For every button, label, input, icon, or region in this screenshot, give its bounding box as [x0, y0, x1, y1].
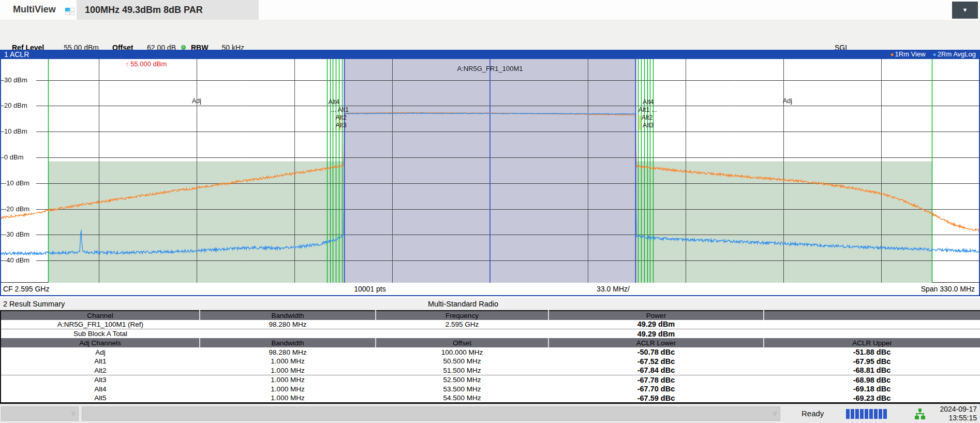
table-cell: ACLR Lower	[548, 338, 764, 347]
y-axis-tick-label: -30 dBm	[4, 230, 36, 238]
result-summary-subtitle: Multi-Standard Radio	[0, 298, 926, 310]
trace-canvas[interactable]	[1, 59, 979, 283]
channel-label-alt2-right: Alt2	[642, 114, 653, 121]
table-cell: -67.52 dBc	[548, 357, 764, 366]
table-cell: -51.88 dBc	[764, 347, 980, 357]
dropdown-triangle-icon: ▽	[773, 412, 777, 416]
date-time-display: 2024-09-17 13:55:15	[940, 405, 977, 422]
channel-label-alt2-left: Alt2	[295, 114, 347, 121]
channel-bar: Ref Level 55.00 dBm Offset 62.00 dB RBW …	[0, 20, 980, 49]
table-cell: 49.29 dBm	[548, 329, 764, 339]
table-cell: 1.000 MHz	[200, 366, 376, 375]
table-row: Alt11.000 MHz50.500 MHz-67.52 dBc-67.95 …	[1, 357, 980, 366]
table-cell: Alt3	[1, 375, 200, 385]
table-cell: 1.000 MHz	[200, 384, 376, 393]
sweep-points-readout[interactable]: 10001 pts	[329, 284, 411, 294]
aclr-window-title: 1 ACLR	[4, 50, 29, 59]
table-cell: 52.500 MHz	[376, 375, 548, 385]
trace1-dot-icon: ●	[890, 51, 894, 58]
tab-measurement-active[interactable]: 100MHz 49.3dBm 8dB PAR	[77, 0, 259, 20]
table-cell: -67.78 dBc	[548, 375, 764, 385]
status-message-panel[interactable]: ▽	[82, 406, 780, 421]
spectrum-plot[interactable]: 30 dBm20 dBm10 dBm0 dBm-10 dBm-20 dBm-30…	[1, 59, 979, 283]
table-cell: Bandwidth	[200, 311, 376, 320]
y-axis-tick-label: -20 dBm	[4, 205, 36, 213]
table-cell: Offset	[376, 338, 548, 347]
tx-channel-label: A:NR5G_FR1_100M1	[412, 65, 568, 72]
status-selector-left[interactable]: ▽	[1, 406, 79, 421]
analyzer-screen: MultiView 100MHz 49.3dBm 8dB PAR ▼ Ref L…	[0, 0, 980, 423]
table-cell	[376, 329, 548, 339]
table-cell	[764, 311, 980, 320]
table-cell: Sub Block A Total	[1, 329, 200, 339]
span-readout[interactable]: Span 330.0 MHz	[921, 284, 975, 294]
y-axis-tick-label: 10 dBm	[4, 127, 36, 135]
table-cell: -50.78 dBc	[548, 347, 764, 357]
table-row: Alt51.000 MHz54.500 MHz-67.59 dBc-69.23 …	[1, 393, 980, 403]
table-cell: Adj Channels	[1, 338, 200, 347]
table-cell: 51.500 MHz	[376, 366, 548, 375]
table-row: Alt41.000 MHz53.500 MHz-67.70 dBc-69.18 …	[1, 384, 980, 393]
y-axis-tick-label: 30 dBm	[4, 76, 36, 84]
table-header-row: ChannelBandwidthFrequencyPower	[1, 311, 980, 320]
chevron-down-icon: ▼	[962, 7, 968, 13]
table-cell: Alt1	[1, 357, 200, 366]
center-frequency-readout[interactable]: CF 2.595 GHz	[3, 284, 49, 294]
trace2-legend-item[interactable]: ●2Rm AvgLog	[933, 50, 976, 59]
table-row: Adj98.280 MHz100.000 MHz-50.78 dBc-51.88…	[1, 347, 980, 357]
table-cell: Alt5	[1, 393, 200, 403]
aclr-window: 1 ACLR ●1Rm View ●2Rm AvgLog 30 dBm20 dB…	[0, 50, 980, 296]
table-cell	[764, 320, 980, 329]
trace2-dot-icon: ●	[933, 51, 937, 58]
channel-label-alt3-right: Alt3	[643, 122, 654, 129]
table-cell: -67.95 dBc	[764, 357, 980, 366]
dropdown-triangle-icon: ▽	[71, 412, 75, 416]
channel-label-adj-left: Adj	[177, 97, 216, 105]
table-cell: 2.595 GHz	[376, 320, 548, 329]
multiview-grid-icon	[65, 8, 75, 15]
table-cell: 1.000 MHz	[200, 357, 376, 366]
table-cell: Channel	[1, 311, 200, 320]
table-cell: -69.18 dBc	[764, 384, 980, 393]
y-axis-tick-label: -40 dBm	[4, 256, 36, 264]
channel-label-alt1-left: ... Alt1	[297, 106, 349, 113]
table-cell: -67.84 dBc	[548, 366, 764, 375]
table-cell: 1.000 MHz	[200, 393, 376, 403]
ref-level-marker: ↑ 55.000 dBm	[125, 60, 167, 68]
channel-label-alt4-right: Alt4	[643, 98, 654, 106]
table-cell: Frequency	[376, 311, 548, 320]
aclr-titlebar[interactable]: 1 ACLR ●1Rm View ●2Rm AvgLog	[1, 50, 979, 59]
tab-multiview[interactable]: MultiView	[13, 4, 56, 15]
table-cell: 98.280 MHz	[200, 320, 376, 329]
table-row: A:NR5G_FR1_100M1 (Ref)98.280 MHz2.595 GH…	[1, 320, 980, 329]
table-cell: ACLR Upper	[764, 338, 980, 347]
y-axis-tick-label: 0 dBm	[4, 153, 36, 161]
table-cell: 50.500 MHz	[376, 357, 548, 366]
result-summary-table: ChannelBandwidthFrequencyPowerA:NR5G_FR1…	[0, 310, 980, 403]
table-cell: Alt2	[1, 366, 200, 375]
channel-label-alt3-left: Alt3	[295, 122, 347, 129]
result-summary-titlebar[interactable]: 2 Result Summary Multi-Standard Radio	[0, 298, 980, 310]
table-cell	[764, 329, 980, 339]
table-cell: Adj	[1, 347, 200, 357]
table-cell: 98.280 MHz	[200, 347, 376, 357]
date-display: 2024-09-17	[940, 405, 977, 414]
channel-label-alt1-right: Alt1 ...	[639, 106, 657, 113]
window-menu-button[interactable]: ▼	[952, 2, 978, 19]
measurement-progress-bar	[846, 409, 887, 419]
trace1-legend-item[interactable]: ●1Rm View	[890, 50, 925, 59]
y-axis-tick-label: 20 dBm	[4, 101, 36, 109]
time-display: 13:55:15	[940, 414, 977, 422]
table-cell: 100.000 MHz	[376, 347, 548, 357]
tab-bar: MultiView 100MHz 49.3dBm 8dB PAR ▼	[0, 0, 980, 20]
network-status-icon	[915, 409, 925, 419]
table-row: Alt31.000 MHz52.500 MHz-67.78 dBc-68.98 …	[1, 375, 980, 385]
table-cell: Bandwidth	[200, 338, 376, 347]
y-axis-tick-label: -10 dBm	[4, 179, 36, 187]
table-cell: Alt4	[1, 384, 200, 393]
table-cell: A:NR5G_FR1_100M1 (Ref)	[1, 320, 200, 329]
per-division-readout[interactable]: 33.0 MHz/	[572, 284, 655, 294]
channel-label-alt4-left: Alt4	[288, 98, 339, 106]
table-cell: 1.000 MHz	[200, 375, 376, 385]
status-bar: ▽ ▽ Ready 2024-09-17 13:55:15	[0, 403, 980, 423]
